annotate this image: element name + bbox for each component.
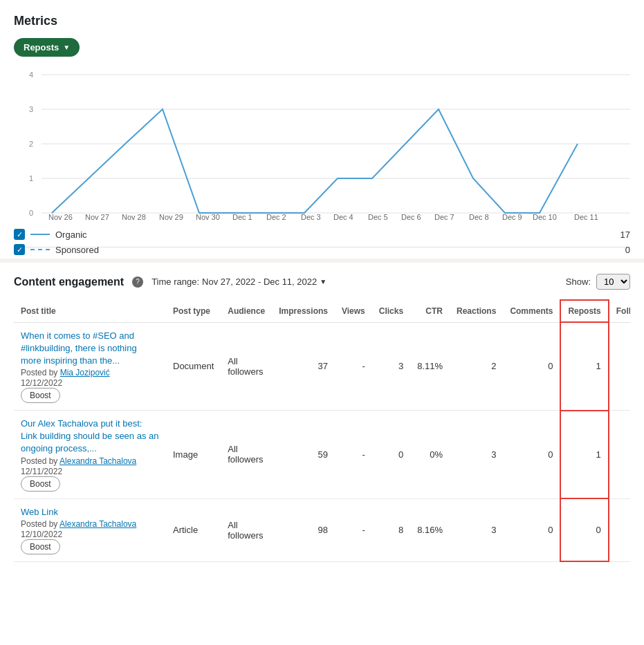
th-post-type: Post type <box>166 300 221 322</box>
cell-ctr-0: 8.11% <box>410 322 450 411</box>
engagement-table: Post title Post type Audience Impression… <box>14 299 630 562</box>
engagement-title: Content engagement <box>14 276 124 288</box>
cell-audience-2: All followers <box>221 498 272 561</box>
post-author-0[interactable]: Mia Jozipović <box>60 368 110 377</box>
page-title: Metrics <box>14 14 630 28</box>
organic-checkbox[interactable] <box>14 229 25 240</box>
cell-views-0: - <box>335 322 372 411</box>
content-engagement-table: Post title Post type Audience Impression… <box>14 299 630 562</box>
table-row: Web Link Posted by Alexandra Tachalova 1… <box>14 498 630 561</box>
svg-text:Dec 10: Dec 10 <box>533 213 557 220</box>
cell-reposts-0: 1 <box>560 322 608 411</box>
svg-text:Dec 9: Dec 9 <box>502 213 522 220</box>
posted-by-label-1: Posted by Alexandra Tachalova <box>21 456 136 466</box>
show-label: Show: <box>566 277 591 287</box>
time-range-selector[interactable]: Time range: Nov 27, 2022 - Dec 11, 2022 … <box>151 277 326 287</box>
cell-follows-0: - <box>609 322 630 411</box>
post-author-1[interactable]: Alexandra Tachalova <box>59 456 136 466</box>
sponsored-line-icon <box>30 249 50 250</box>
cell-comments-0: 0 <box>503 322 560 411</box>
info-icon[interactable]: ? <box>132 277 143 288</box>
time-range-label: Time range: <box>151 277 199 287</box>
th-views: Views <box>335 300 372 322</box>
cell-impressions-2: 98 <box>272 498 335 561</box>
svg-text:4: 4 <box>29 71 33 79</box>
svg-text:Dec 3: Dec 3 <box>301 213 321 220</box>
th-reposts: Reposts <box>560 300 608 322</box>
reposts-button[interactable]: Reposts ▼ <box>14 38 80 57</box>
svg-text:Nov 30: Nov 30 <box>196 213 220 220</box>
svg-text:Dec 1: Dec 1 <box>232 213 252 220</box>
show-select[interactable]: 10 25 50 <box>596 274 630 290</box>
svg-text:1: 1 <box>29 174 33 183</box>
cell-comments-1: 0 <box>503 411 560 499</box>
cell-comments-2: 0 <box>503 498 560 561</box>
post-author-2[interactable]: Alexandra Tachalova <box>59 519 136 529</box>
cell-clicks-2: 8 <box>372 498 410 561</box>
cell-clicks-0: 3 <box>372 322 410 411</box>
organic-line-icon <box>30 234 50 235</box>
post-date-0: 12/12/2022 <box>21 378 62 388</box>
sponsored-count: 0 <box>625 245 630 255</box>
sponsored-checkbox[interactable] <box>14 244 25 255</box>
cell-reactions-2: 3 <box>450 498 503 561</box>
time-range-value: Nov 27, 2022 - Dec 11, 2022 <box>202 277 317 287</box>
th-post-title: Post title <box>14 300 166 322</box>
reposts-button-label: Reposts <box>24 42 59 53</box>
table-row: Our Alex Tachalova put it best: Link bui… <box>14 411 630 499</box>
svg-text:3: 3 <box>29 105 33 113</box>
svg-text:Dec 6: Dec 6 <box>401 213 421 220</box>
cell-reposts-2: 0 <box>560 498 608 561</box>
organic-label: Organic <box>55 230 87 240</box>
svg-text:Dec 5: Dec 5 <box>368 213 388 220</box>
th-ctr: CTR <box>410 300 450 322</box>
post-date-1: 12/11/2022 <box>21 467 62 476</box>
th-audience: Audience <box>221 300 272 322</box>
cell-ctr-1: 0% <box>410 411 450 499</box>
svg-text:Dec 2: Dec 2 <box>266 213 286 220</box>
post-title-link-2[interactable]: Web Link <box>21 507 58 517</box>
post-title-link-0[interactable]: When it comes to #SEO and #linkbuilding,… <box>21 330 137 366</box>
cell-post-type-1: Image <box>166 411 221 499</box>
cell-clicks-1: 0 <box>372 411 410 499</box>
cell-follows-1: - <box>609 411 630 499</box>
posted-by-label-2: Posted by Alexandra Tachalova <box>21 519 136 529</box>
svg-text:Dec 4: Dec 4 <box>333 213 353 220</box>
boost-button-2[interactable]: Boost <box>21 539 60 554</box>
post-title-link-1[interactable]: Our Alex Tachalova put it best: Link bui… <box>21 418 158 454</box>
cell-reactions-1: 3 <box>450 411 503 499</box>
svg-text:Nov 26: Nov 26 <box>48 213 73 220</box>
svg-text:Nov 29: Nov 29 <box>159 213 183 220</box>
th-impressions: Impressions <box>272 300 335 322</box>
svg-text:Dec 8: Dec 8 <box>469 213 489 220</box>
boost-button-1[interactable]: Boost <box>21 476 60 492</box>
cell-post-title-2: Web Link Posted by Alexandra Tachalova 1… <box>14 498 166 561</box>
table-row: When it comes to #SEO and #linkbuilding,… <box>14 322 630 411</box>
sponsored-label: Sponsored <box>55 245 99 255</box>
cell-follows-2: - <box>609 498 630 561</box>
post-date-2: 12/10/2022 <box>21 530 62 539</box>
legend-organic-row: Organic 17 <box>14 229 630 240</box>
cell-post-title-0: When it comes to #SEO and #linkbuilding,… <box>14 322 166 411</box>
main-page: Metrics Reposts ▼ 4 3 2 1 0 Nov 26 Nov 2… <box>0 0 644 645</box>
boost-button-0[interactable]: Boost <box>21 388 60 403</box>
legend-sponsored-row: Sponsored 0 <box>14 244 630 255</box>
svg-text:Dec 11: Dec 11 <box>574 213 598 220</box>
cell-post-type-0: Document <box>166 322 221 411</box>
engagement-header: Content engagement ? Time range: Nov 27,… <box>14 274 630 290</box>
cell-reactions-0: 2 <box>450 322 503 411</box>
cell-audience-1: All followers <box>221 411 272 499</box>
th-follows: Follows <box>609 300 630 322</box>
svg-text:Nov 27: Nov 27 <box>85 213 109 220</box>
posted-by-label-0: Posted by Mia Jozipović <box>21 368 110 377</box>
th-reactions: Reactions <box>450 300 503 322</box>
cell-reposts-1: 1 <box>560 411 608 499</box>
chart-svg: 4 3 2 1 0 Nov 26 Nov 27 Nov 28 Nov 29 No… <box>14 68 630 220</box>
table-body: When it comes to #SEO and #linkbuilding,… <box>14 322 630 561</box>
chart-container: 4 3 2 1 0 Nov 26 Nov 27 Nov 28 Nov 29 No… <box>14 68 630 247</box>
th-comments: Comments <box>503 300 560 322</box>
svg-text:Dec 7: Dec 7 <box>434 213 454 220</box>
organic-count: 17 <box>620 230 630 240</box>
cell-impressions-1: 59 <box>272 411 335 499</box>
cell-audience-0: All followers <box>221 322 272 411</box>
